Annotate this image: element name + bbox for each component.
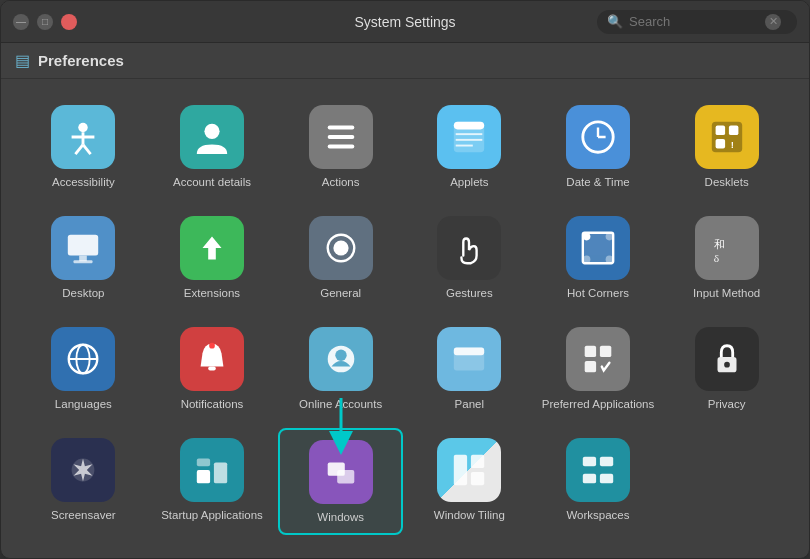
grid-item-actions[interactable]: Actions	[278, 95, 403, 198]
privacy-icon	[695, 327, 759, 391]
grid-item-window-tiling[interactable]: Window Tiling	[407, 428, 532, 535]
svg-rect-6	[327, 126, 354, 130]
svg-point-40	[335, 349, 346, 360]
svg-rect-42	[454, 347, 484, 355]
extensions-label: Extensions	[184, 286, 240, 301]
svg-rect-44	[600, 346, 611, 357]
input-method-label: Input Method	[693, 286, 760, 301]
extensions-icon	[180, 216, 244, 280]
window-tiling-label: Window Tiling	[434, 508, 505, 523]
grid-item-languages[interactable]: Languages	[21, 317, 146, 420]
grid-item-windows[interactable]: Windows	[278, 428, 403, 535]
maximize-button[interactable]: □	[37, 14, 53, 30]
screensaver-label: Screensaver	[51, 508, 116, 523]
svg-rect-10	[454, 122, 484, 130]
svg-rect-60	[600, 474, 613, 484]
section-label: Preferences	[38, 52, 124, 69]
account-details-label: Account details	[173, 175, 251, 190]
grid-item-extensions[interactable]: Extensions	[150, 206, 275, 309]
actions-label: Actions	[322, 175, 360, 190]
svg-point-28	[583, 233, 591, 241]
panel-label: Panel	[455, 397, 484, 412]
accessibility-label: Accessibility	[52, 175, 115, 190]
general-icon	[309, 216, 373, 280]
svg-rect-55	[471, 455, 484, 468]
grid-item-startup-applications[interactable]: Startup Applications	[150, 428, 275, 535]
grid-item-general[interactable]: General	[278, 206, 403, 309]
close-button[interactable]: ✕	[61, 14, 77, 30]
svg-rect-11	[456, 133, 483, 135]
svg-point-38	[209, 343, 215, 349]
search-icon: 🔍	[607, 14, 623, 29]
startup-applications-icon	[180, 438, 244, 502]
svg-rect-45	[585, 361, 596, 372]
desktop-icon	[51, 216, 115, 280]
svg-rect-20	[715, 139, 725, 149]
online-accounts-icon	[309, 327, 373, 391]
general-label: General	[320, 286, 361, 301]
search-clear-button[interactable]: ✕	[765, 14, 781, 30]
window-tiling-icon	[437, 438, 501, 502]
date-time-icon	[566, 105, 630, 169]
grid-item-input-method[interactable]: 和δInput Method	[664, 206, 789, 309]
svg-rect-51	[197, 458, 210, 466]
grid-item-privacy[interactable]: Privacy	[664, 317, 789, 420]
svg-rect-53	[337, 470, 354, 483]
grid-item-gestures[interactable]: Gestures	[407, 206, 532, 309]
gestures-label: Gestures	[446, 286, 493, 301]
search-bar[interactable]: 🔍 ✕	[597, 10, 797, 34]
svg-rect-7	[327, 135, 354, 139]
actions-icon	[309, 105, 373, 169]
svg-point-30	[583, 256, 591, 264]
gestures-icon	[437, 216, 501, 280]
grid-item-panel[interactable]: Panel	[407, 317, 532, 420]
languages-label: Languages	[55, 397, 112, 412]
input-method-icon: 和δ	[695, 216, 759, 280]
svg-point-47	[724, 362, 730, 368]
grid-item-preferred-applications[interactable]: Preferred Applications	[536, 317, 661, 420]
hot-corners-icon	[566, 216, 630, 280]
svg-rect-24	[74, 260, 93, 263]
svg-rect-59	[583, 474, 596, 484]
date-time-label: Date & Time	[566, 175, 629, 190]
svg-rect-54	[454, 455, 467, 485]
svg-rect-13	[456, 145, 473, 147]
preferences-icon: ▤	[15, 51, 30, 70]
svg-text:和: 和	[713, 238, 724, 250]
svg-rect-57	[583, 457, 596, 467]
svg-rect-12	[456, 139, 483, 141]
grid-item-hot-corners[interactable]: Hot Corners	[536, 206, 661, 309]
grid-item-accessibility[interactable]: Accessibility	[21, 95, 146, 198]
svg-rect-22	[68, 235, 98, 256]
windows-icon	[309, 440, 373, 504]
grid-item-account-details[interactable]: Account details	[150, 95, 275, 198]
desktop-label: Desktop	[62, 286, 104, 301]
grid-item-workspaces[interactable]: Workspaces	[536, 428, 661, 535]
svg-rect-43	[585, 346, 596, 357]
windows-label: Windows	[317, 510, 364, 525]
grid-item-applets[interactable]: Applets	[407, 95, 532, 198]
svg-rect-56	[471, 472, 484, 485]
grid-item-online-accounts[interactable]: Online Accounts	[278, 317, 403, 420]
startup-applications-label: Startup Applications	[161, 508, 263, 523]
grid-item-desktop[interactable]: Desktop	[21, 206, 146, 309]
content-area: AccessibilityAccount detailsActionsApple…	[1, 79, 809, 558]
search-input[interactable]	[629, 14, 759, 29]
preferred-applications-icon	[566, 327, 630, 391]
svg-point-0	[79, 123, 89, 133]
grid-item-screensaver[interactable]: Screensaver	[21, 428, 146, 535]
languages-icon	[51, 327, 115, 391]
svg-rect-19	[729, 126, 739, 136]
grid-item-desklets[interactable]: !Desklets	[664, 95, 789, 198]
grid-item-notifications[interactable]: Notifications	[150, 317, 275, 420]
system-settings-window: — □ ✕ System Settings 🔍 ✕ ▤ Preferences …	[0, 0, 810, 559]
window-controls: — □ ✕	[13, 14, 77, 30]
svg-text:δ: δ	[713, 252, 718, 264]
svg-rect-50	[214, 462, 227, 483]
section-header: ▤ Preferences	[1, 43, 809, 79]
settings-grid: AccessibilityAccount detailsActionsApple…	[21, 95, 789, 535]
minimize-button[interactable]: —	[13, 14, 29, 30]
notifications-label: Notifications	[181, 397, 244, 412]
grid-item-date-time[interactable]: Date & Time	[536, 95, 661, 198]
svg-line-3	[76, 145, 84, 155]
